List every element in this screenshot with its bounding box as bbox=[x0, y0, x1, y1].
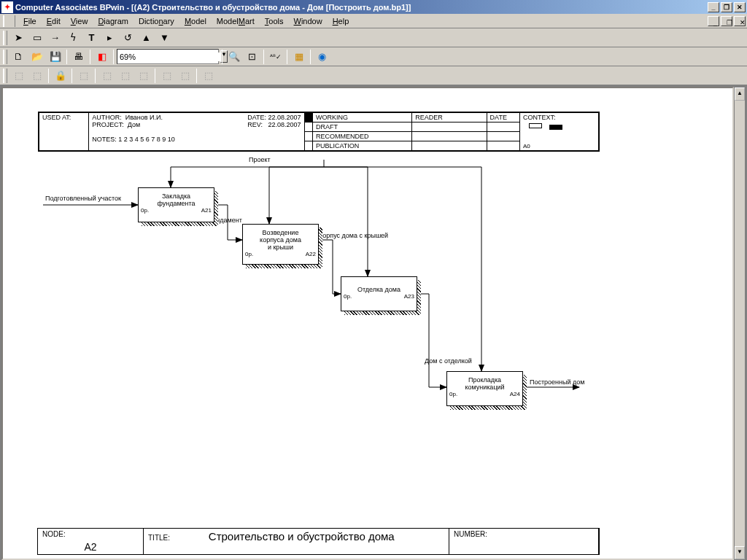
grip-icon bbox=[3, 69, 7, 83]
label-out: Построенный дом bbox=[530, 378, 585, 386]
close-button[interactable]: ✕ bbox=[734, 2, 746, 12]
model-explorer-button[interactable]: ◧ bbox=[93, 49, 110, 65]
mm-btn-10[interactable]: ⬚ bbox=[200, 68, 217, 84]
label-korp: Корпус дома с крышей bbox=[319, 232, 388, 239]
tunnel-tool[interactable]: ▸ bbox=[101, 30, 118, 46]
menu-edit[interactable]: Edit bbox=[42, 15, 66, 27]
save-button[interactable]: 💾 bbox=[47, 49, 63, 65]
zoom-fit-button[interactable]: ⊡ bbox=[244, 49, 260, 65]
spellcheck-button[interactable]: ᴬᴮ✓ bbox=[267, 49, 284, 65]
mm-btn-7[interactable]: ⬚ bbox=[135, 68, 152, 84]
mm-btn-4[interactable]: ⬚ bbox=[75, 68, 92, 84]
standard-toolbar: 🗋 📂 💾 🖶 ◧ ▼ 🔍 ⊡ ᴬᴮ✓ ▦ ◉ bbox=[0, 47, 747, 66]
menu-modelmart[interactable]: ModelMart bbox=[212, 15, 260, 27]
open-button[interactable]: 📂 bbox=[28, 49, 45, 65]
mm-btn-2[interactable]: ⬚ bbox=[28, 68, 45, 84]
grip-icon bbox=[3, 15, 15, 27]
pointer-tool[interactable]: ➤ bbox=[10, 30, 27, 46]
modelmart-button[interactable]: ◉ bbox=[314, 49, 330, 65]
mm-btn-5[interactable]: ⬚ bbox=[98, 68, 115, 84]
mdi-minimize-button[interactable]: _ bbox=[708, 16, 719, 26]
menu-help[interactable]: Help bbox=[328, 15, 355, 27]
zoom-combo[interactable]: ▼ bbox=[117, 49, 219, 64]
menu-file[interactable]: File bbox=[18, 15, 42, 27]
grip-icon bbox=[3, 31, 7, 45]
menu-window[interactable]: Window bbox=[289, 15, 328, 27]
window-title: Computer Associates BPwin - [(A2) Строит… bbox=[15, 3, 411, 12]
mm-btn-3[interactable]: 🔒 bbox=[52, 68, 69, 84]
activity-a21[interactable]: Закладка фундамента 0р.A21 bbox=[138, 187, 214, 222]
app-icon: ✦ bbox=[1, 1, 13, 13]
report-button[interactable]: ▦ bbox=[290, 49, 307, 65]
mm-btn-1[interactable]: ⬚ bbox=[10, 68, 27, 84]
activity-a24[interactable]: Прокладка комуникаций 0р.A24 bbox=[446, 371, 523, 406]
text-tool[interactable]: T bbox=[83, 30, 100, 46]
squiggle-tool[interactable]: ϟ bbox=[65, 30, 82, 46]
menu-tools[interactable]: Tools bbox=[260, 15, 289, 27]
diagram-footer: NODE:A2 TITLE: Строительство и обустройс… bbox=[37, 528, 600, 555]
modelmart-toolbar: ⬚ ⬚ 🔒 ⬚ ⬚ ⬚ ⬚ ⬚ ⬚ ⬚ bbox=[0, 66, 747, 85]
mm-btn-9[interactable]: ⬚ bbox=[177, 68, 193, 84]
mm-btn-8[interactable]: ⬚ bbox=[158, 68, 175, 84]
activity-a22[interactable]: Возведение корпуса дома и крыши 0р.A22 bbox=[242, 224, 319, 265]
zoom-input[interactable] bbox=[120, 52, 220, 61]
mm-btn-6[interactable]: ⬚ bbox=[117, 68, 133, 84]
menu-view[interactable]: View bbox=[66, 15, 93, 27]
vertical-scrollbar[interactable] bbox=[734, 87, 746, 560]
menu-dictionary[interactable]: Dictionary bbox=[133, 15, 179, 27]
label-input: Подготовленный участок bbox=[45, 195, 121, 202]
goto-parent-tool[interactable]: ▲ bbox=[138, 30, 155, 46]
print-button[interactable]: 🖶 bbox=[70, 49, 87, 65]
goto-child-tool[interactable]: ▼ bbox=[156, 30, 173, 46]
menubar: File Edit View Diagram Dictionary Model … bbox=[0, 14, 747, 28]
menu-model[interactable]: Model bbox=[179, 15, 212, 27]
new-button[interactable]: 🗋 bbox=[10, 49, 27, 65]
activity-tool[interactable]: ▭ bbox=[28, 30, 45, 46]
diagram-header: USED AT: AUTHOR: Иванов И.И. DATE: 22.08… bbox=[38, 112, 600, 152]
maximize-button[interactable]: ❐ bbox=[721, 2, 732, 12]
zoom-tool[interactable]: 🔍 bbox=[225, 49, 242, 65]
hdr-usedat: USED AT: bbox=[39, 113, 89, 151]
minimize-button[interactable]: _ bbox=[708, 2, 719, 12]
activity-a23[interactable]: Отделка дома 0р.A23 bbox=[341, 276, 417, 311]
grip-icon bbox=[3, 50, 7, 64]
label-project: Проект bbox=[249, 156, 271, 163]
workspace: USED AT: AUTHOR: Иванов И.И. DATE: 22.08… bbox=[0, 85, 747, 560]
menu-diagram[interactable]: Diagram bbox=[93, 15, 133, 27]
mdi-close-button[interactable]: ✕ bbox=[734, 16, 746, 26]
label-otd: Дом с отделкой bbox=[425, 357, 472, 365]
mdi-restore-button[interactable]: ❐ bbox=[721, 16, 732, 26]
diagram-canvas[interactable]: USED AT: AUTHOR: Иванов И.И. DATE: 22.08… bbox=[1, 87, 734, 560]
arrows bbox=[3, 88, 734, 555]
arrow-tool[interactable]: → bbox=[47, 30, 63, 46]
drawing-toolbar: ➤ ▭ → ϟ T ▸ ↺ ▲ ▼ bbox=[0, 28, 747, 47]
redo-tool[interactable]: ↺ bbox=[120, 30, 136, 46]
titlebar: ✦ Computer Associates BPwin - [(A2) Стро… bbox=[0, 0, 747, 14]
